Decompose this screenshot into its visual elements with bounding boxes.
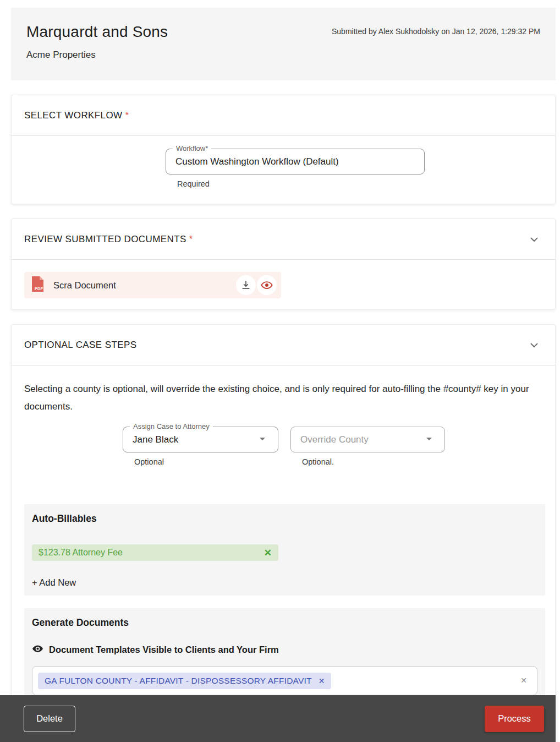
review-documents-card: REVIEW SUBMITTED DOCUMENTS* PDF Scra Doc… [11, 219, 556, 310]
case-header-left: Marquardt and Sons Acme Properties [26, 23, 168, 61]
preview-eye-icon[interactable] [257, 275, 277, 295]
section-title: REVIEW SUBMITTED DOCUMENTS [24, 234, 186, 244]
county-note-text: Selecting a county is optional, will ove… [24, 380, 542, 416]
remove-billable-icon[interactable]: ✕ [264, 548, 272, 558]
document-actions [236, 275, 277, 295]
section-title: OPTIONAL CASE STEPS [24, 340, 136, 351]
override-county-select[interactable]: Override County [290, 427, 445, 452]
select-workflow-title-row: SELECT WORKFLOW* [24, 110, 129, 121]
required-asterisk: * [189, 234, 193, 244]
add-new-billable-button[interactable]: + Add New [32, 577, 76, 588]
workflow-select-label: Workflow* [173, 144, 211, 152]
select-workflow-body: Workflow* Custom Washington Workflow (De… [12, 136, 555, 204]
billable-chip-label: $123.78 Attorney Fee [39, 548, 123, 558]
override-county-helper: Optional. [302, 457, 445, 466]
visible-templates-label: Document Templates Visible to Clients an… [49, 645, 279, 655]
assign-attorney-value: Jane Black [133, 434, 178, 445]
select-workflow-card: SELECT WORKFLOW* Workflow* Custom Washin… [11, 95, 556, 204]
generate-documents-title: Generate Documents [32, 617, 537, 629]
section-title: SELECT WORKFLOW [24, 110, 123, 121]
document-name: Scra Document [53, 280, 116, 291]
case-header: Marquardt and Sons Acme Properties Submi… [11, 8, 556, 80]
action-bar: Delete Process [0, 695, 556, 742]
delete-button[interactable]: Delete [24, 706, 75, 732]
clear-templates-icon[interactable]: ✕ [520, 676, 527, 684]
assign-attorney-select[interactable]: Assign Case to Attorney Jane Black [123, 427, 278, 452]
optional-case-steps-body: Selecting a county is optional, will ove… [12, 365, 555, 742]
chevron-down-icon[interactable] [528, 233, 541, 246]
template-chip-label: GA FULTON COUNTY - AFFIDAVIT - DISPOSSES… [45, 676, 312, 686]
auto-billables-title: Auto-Billables [32, 513, 537, 525]
page-subtitle: Acme Properties [26, 50, 168, 61]
required-asterisk: * [125, 110, 129, 121]
review-documents-body: PDF Scra Document [12, 260, 555, 309]
review-documents-title-row: REVIEW SUBMITTED DOCUMENTS* [24, 234, 193, 245]
review-documents-header: REVIEW SUBMITTED DOCUMENTS* [12, 219, 555, 260]
download-icon[interactable] [236, 275, 256, 295]
document-row[interactable]: PDF Scra Document [24, 272, 281, 298]
submitted-by-text: Submitted by Alex Sukhodolsky on Jan 12,… [332, 23, 540, 36]
assign-attorney-label: Assign Case to Attorney [130, 422, 213, 430]
optional-case-steps-header: OPTIONAL CASE STEPS [12, 325, 555, 365]
process-button[interactable]: Process [485, 706, 544, 732]
workflow-select-value: Custom Washington Workflow (Default) [175, 156, 339, 167]
workflow-select[interactable]: Workflow* Custom Washington Workflow (De… [166, 149, 425, 174]
page-title: Marquardt and Sons [26, 23, 168, 41]
assign-attorney-helper: Optional [134, 457, 278, 466]
selects-row: Assign Case to Attorney Jane Black Optio… [123, 427, 542, 466]
override-county-placeholder: Override County [300, 434, 369, 445]
eye-icon [32, 643, 43, 657]
chevron-down-icon[interactable] [528, 339, 541, 352]
svg-text:PDF: PDF [35, 286, 43, 291]
billable-chip: $123.78 Attorney Fee ✕ [32, 544, 278, 561]
auto-billables-panel: Auto-Billables $123.78 Attorney Fee ✕ + … [24, 504, 545, 596]
select-workflow-header: SELECT WORKFLOW* [12, 95, 555, 136]
visible-templates-row: Document Templates Visible to Clients an… [32, 643, 537, 657]
arrow-drop-down-icon [422, 432, 436, 448]
remove-template-icon[interactable]: ✕ [319, 677, 325, 685]
arrow-drop-down-icon [256, 432, 269, 448]
optional-case-steps-card: OPTIONAL CASE STEPS Selecting a county i… [11, 324, 556, 742]
visible-templates-input[interactable]: GA FULTON COUNTY - AFFIDAVIT - DISPOSSES… [32, 666, 537, 695]
pdf-file-icon: PDF [31, 276, 45, 294]
workflow-helper-text: Required [177, 179, 425, 188]
template-chip: GA FULTON COUNTY - AFFIDAVIT - DISPOSSES… [38, 673, 331, 689]
